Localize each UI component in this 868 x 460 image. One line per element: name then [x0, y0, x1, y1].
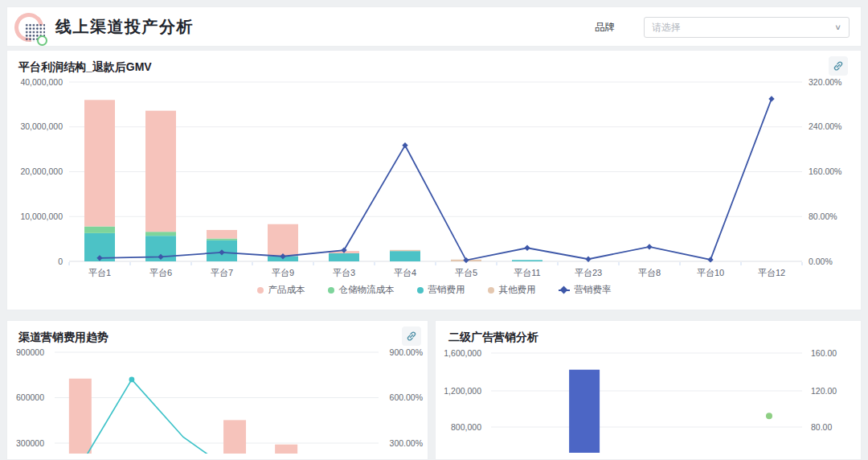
bar-segment[interactable] [84, 100, 115, 226]
bar-segment[interactable] [390, 250, 420, 251]
bar-segment[interactable] [512, 260, 542, 261]
axis-tick-label: 900.00% [390, 347, 423, 357]
axis-tick-label: 平台12 [758, 268, 785, 277]
legend-label: 产品成本 [268, 284, 305, 296]
legend-item[interactable]: 营销费率 [559, 284, 612, 296]
legend-line-swatch [559, 290, 570, 291]
line-marker[interactable] [768, 96, 774, 101]
line-marker[interactable] [646, 244, 652, 249]
legend-swatch [417, 287, 424, 294]
brand-filter: 品牌 请选择 ∨ [595, 17, 850, 38]
axis-tick-label: 900000 [16, 347, 44, 357]
bar-segment[interactable] [207, 230, 237, 239]
line-series [100, 99, 772, 261]
bar[interactable] [275, 445, 297, 454]
app-logo-icon [14, 11, 47, 45]
bar-segment[interactable] [329, 253, 359, 261]
axis-tick-label: 0.00% [809, 257, 833, 266]
axis-tick-label: 1,200,000 [444, 386, 481, 396]
axis-tick-label: 平台3 [333, 268, 355, 277]
legend-item[interactable]: 仓储物流成本 [328, 284, 395, 296]
legend-swatch [488, 287, 494, 294]
axis-tick-label: 平台6 [149, 268, 172, 277]
axis-tick-label: 300.00% [390, 438, 423, 448]
axis-tick-label: 800,000 [451, 422, 481, 432]
bar-segment[interactable] [145, 232, 176, 236]
brand-filter-label: 品牌 [595, 21, 615, 35]
line-series [80, 380, 235, 454]
axis-tick-label: 120.00 [811, 386, 837, 396]
trend-chart-canvas: 900000900.00%600000600.00%300000300.00% [7, 321, 428, 454]
axis-tick-label: 300000 [16, 438, 44, 448]
bar[interactable] [69, 379, 92, 454]
legend-item[interactable]: 其他费用 [488, 284, 536, 296]
axis-tick-label: 平台1 [88, 268, 111, 277]
bar-segment[interactable] [390, 251, 420, 261]
line-marker[interactable] [402, 142, 407, 148]
axis-tick-label: 平台23 [575, 268, 602, 277]
axis-tick-label: 平台4 [394, 268, 416, 277]
legend-label: 仓储物流成本 [339, 284, 395, 296]
legend-swatch [328, 287, 334, 294]
legend-label: 营销费用 [428, 284, 465, 296]
line-marker[interactable] [129, 377, 135, 383]
axis-tick-label: 600000 [16, 392, 44, 402]
bar[interactable] [569, 370, 600, 453]
bar-segment[interactable] [268, 224, 298, 257]
ad-chart-canvas: 1,600,000160.001,200,000120.00800,00080.… [436, 321, 861, 453]
axis-tick-label: 320.00% [809, 77, 841, 87]
bar[interactable] [223, 420, 246, 454]
axis-tick-label: 600.00% [390, 392, 423, 402]
axis-tick-label: 30,000,000 [20, 121, 63, 131]
bar-segment[interactable] [84, 227, 115, 233]
header-bar: 线上渠道投产分析 品牌 请选择 ∨ [6, 6, 862, 47]
legend-label: 营销费率 [575, 284, 612, 296]
axis-tick-label: 0 [58, 257, 63, 266]
bar-segment[interactable] [207, 239, 237, 240]
axis-tick-label: 240.00% [809, 121, 841, 131]
brand-select-placeholder: 请选择 [652, 21, 681, 35]
axis-tick-label: 平台9 [272, 268, 294, 277]
axis-tick-label: 平台10 [697, 268, 724, 277]
axis-tick-label: 平台7 [211, 268, 233, 277]
axis-tick-label: 平台11 [514, 268, 540, 277]
axis-tick-label: 160.00 [811, 348, 837, 358]
legend-item[interactable]: 营销费用 [417, 284, 465, 296]
trend-chart-card: 渠道营销费用趋势 900000900.00%600000600.00%30000… [6, 320, 428, 460]
scatter-dot[interactable] [766, 413, 772, 419]
axis-tick-label: 160.00% [809, 166, 841, 176]
brand-select[interactable]: 请选择 ∨ [644, 17, 850, 38]
ad-chart-card: 二级广告营销分析 1,600,000160.001,200,000120.008… [435, 320, 862, 460]
main-chart-card: 平台利润结构_退款后GMV 00.00%10,000,00080.00%20,0… [6, 50, 862, 310]
main-chart-canvas: 00.00%10,000,00080.00%20,000,000160.00%3… [7, 51, 862, 311]
axis-tick-label: 10,000,000 [20, 212, 63, 221]
bar-segment[interactable] [145, 111, 176, 232]
axis-tick-label: 40,000,000 [20, 77, 63, 87]
legend-label: 其他费用 [499, 284, 536, 296]
axis-tick-label: 20,000,000 [20, 166, 63, 176]
line-marker[interactable] [463, 257, 469, 263]
page-title: 线上渠道投产分析 [55, 16, 194, 38]
axis-tick-label: 80.00% [809, 212, 837, 221]
axis-tick-label: 80.00 [811, 422, 832, 432]
axis-tick-label: 平台8 [638, 268, 661, 277]
dashboard-page: 线上渠道投产分析 品牌 请选择 ∨ 平台利润结构_退款后GMV 00.00%10… [0, 0, 868, 460]
line-marker[interactable] [524, 245, 530, 251]
legend-item[interactable]: 产品成本 [257, 284, 305, 296]
axis-tick-label: 平台5 [455, 268, 477, 277]
axis-tick-label: 1,600,000 [444, 348, 481, 358]
chevron-down-icon: ∨ [834, 23, 841, 31]
chart-legend: 产品成本仓储物流成本营销费用其他费用营销费率 [7, 284, 861, 296]
legend-swatch [257, 287, 264, 294]
